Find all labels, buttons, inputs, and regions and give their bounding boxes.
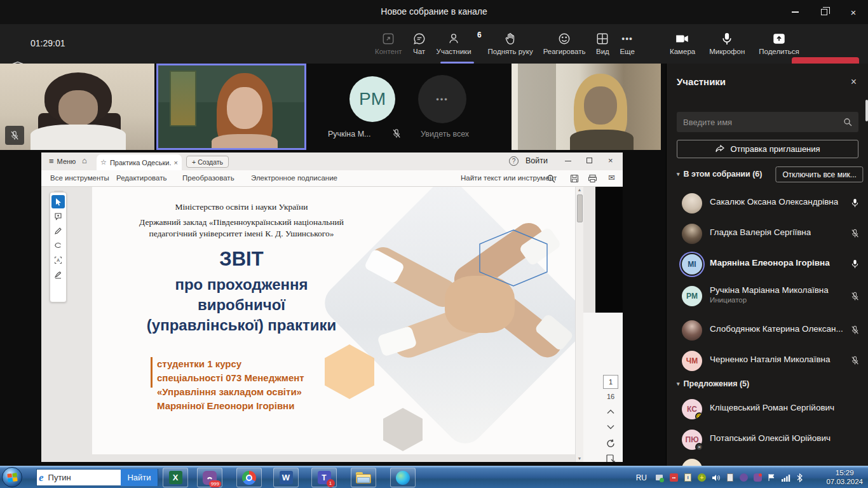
react-button[interactable]: Реагировать — [542, 29, 587, 61]
mic-off-icon[interactable] — [850, 291, 860, 302]
select-tool-button[interactable] — [51, 195, 65, 208]
minimize-button[interactable] — [780, 0, 810, 24]
pdf-menu-button[interactable]: ≡ Меню — [49, 156, 76, 166]
start-button[interactable] — [2, 467, 22, 487]
teams-taskbar-button[interactable]: T 1 — [311, 468, 337, 487]
word-taskbar-button[interactable]: W — [273, 468, 299, 487]
mic-off-icon[interactable] — [850, 355, 860, 366]
scroll-up-arrow[interactable]: ▲ — [576, 187, 583, 193]
suggestion-row[interactable]: ПЮ × Потапський Олексій Юрійович — [667, 424, 868, 455]
viber-tray-icon[interactable] — [753, 473, 763, 482]
draw-tool-button[interactable] — [51, 239, 65, 252]
export-page-button[interactable] — [606, 454, 616, 462]
all-tools-menu[interactable]: Все инструменты — [50, 174, 109, 182]
mic-off-icon[interactable] — [850, 228, 860, 239]
suggestion-row[interactable]: КС Кліщевський Роман Сергійович — [667, 394, 868, 424]
participant-row[interactable]: ЧМ Черненко Наталія Миколаївна — [667, 346, 868, 376]
pdf-close-button[interactable]: × — [608, 156, 613, 165]
pdf-scroll-thumb[interactable] — [577, 194, 583, 222]
participant-row[interactable]: Гладка Валерія Сергіївна — [667, 219, 868, 249]
next-page-button[interactable] — [607, 424, 614, 430]
video-tile-2-active[interactable] — [156, 64, 306, 150]
language-indicator[interactable]: RU — [636, 473, 647, 482]
tab-close-icon[interactable]: × — [174, 159, 178, 166]
sign-tool-button[interactable] — [51, 268, 65, 281]
volume-icon[interactable] — [711, 473, 721, 482]
save-icon[interactable] — [570, 174, 579, 183]
print-icon[interactable] — [588, 174, 597, 183]
tools-drag-handle[interactable] — [54, 191, 64, 193]
participant-search[interactable] — [677, 112, 858, 132]
microphone-button[interactable]: Микрофон — [708, 29, 746, 61]
convert-menu[interactable]: Преобразовать — [182, 174, 234, 182]
see-all-avatar[interactable]: ••• — [418, 75, 466, 123]
video-tile-3[interactable] — [512, 64, 661, 150]
help-icon[interactable]: ? — [509, 156, 519, 166]
taskbar-search[interactable]: e Найти — [36, 469, 158, 486]
safely-remove-icon[interactable] — [655, 473, 665, 482]
mail-icon[interactable]: ✉ — [608, 173, 615, 182]
prev-page-button[interactable] — [607, 409, 614, 414]
bluetooth-icon[interactable] — [795, 473, 804, 482]
raise-hand-button[interactable]: Поднять руку — [487, 29, 534, 61]
page-number-box[interactable]: 1 — [603, 375, 618, 389]
more-button[interactable]: ••• Еще — [618, 29, 635, 61]
pdf-vertical-scrollbar[interactable]: ▲ ▼ — [575, 187, 583, 462]
pdf-minimize-button[interactable] — [565, 161, 571, 161]
explorer-taskbar-button[interactable] — [351, 468, 376, 487]
participants-button[interactable]: 6 Участники — [435, 29, 479, 61]
edit-menu[interactable]: Редактировать — [116, 174, 166, 182]
pm-avatar[interactable]: PM — [349, 76, 395, 122]
excel-taskbar-button[interactable]: X — [163, 468, 188, 487]
participant-row[interactable]: Сакалюк Оксана Олександрівна — [667, 188, 868, 219]
highlight-tool-button[interactable] — [51, 224, 65, 238]
pdf-signin-button[interactable]: Войти — [526, 156, 548, 165]
esign-menu[interactable]: Электронное подписание — [251, 174, 337, 182]
mute-all-button[interactable]: Отключить все мик... — [775, 166, 863, 182]
camera-button[interactable]: Камера — [668, 29, 696, 61]
participant-row[interactable]: Слободянюк Катерина Олексан... — [667, 315, 868, 346]
taskbar-search-input[interactable] — [46, 473, 121, 482]
app-tray-icon[interactable] — [739, 473, 749, 482]
pdf-search-label[interactable]: Найти текст или инструмент — [461, 174, 557, 182]
comment-tool-button[interactable] — [51, 210, 65, 223]
panel-close-button[interactable]: × — [851, 76, 857, 88]
mic-off-icon[interactable] — [850, 325, 860, 336]
content-button[interactable]: Контент — [374, 29, 403, 61]
chrome-taskbar-button[interactable] — [236, 468, 262, 487]
mic-on-icon[interactable] — [850, 259, 860, 269]
pdf-new-tab-button[interactable]: + Создать — [186, 156, 229, 168]
home-icon[interactable]: ⌂ — [82, 156, 87, 165]
scroll-down-arrow[interactable]: ▼ — [576, 456, 583, 462]
antivirus-icon[interactable]: + — [697, 473, 707, 482]
viber-taskbar-button[interactable]: 999 — [197, 468, 222, 487]
participant-row[interactable]: PM Ручкіна Маріанна Миколаївна Инициатор — [667, 280, 868, 313]
power-plan-icon[interactable] — [725, 473, 735, 482]
video-tile-1[interactable] — [0, 64, 154, 150]
share-button[interactable]: Поделиться — [757, 29, 801, 61]
chat-button[interactable]: Чат — [411, 29, 428, 61]
view-button[interactable]: Вид — [594, 29, 611, 61]
suggestions-section-header[interactable]: ▾ Предложения (5) — [677, 379, 749, 388]
text-tool-button[interactable]: A — [51, 254, 65, 267]
search-icon[interactable] — [546, 174, 555, 183]
edge-taskbar-button[interactable] — [390, 468, 416, 487]
pdf-document-tab[interactable]: ☆ Практика Одеськи... × — [97, 154, 182, 170]
notes-icon[interactable]: i — [683, 473, 693, 482]
participant-row-active-speaker[interactable]: MI Маряніна Елеонора Ігорівна — [667, 249, 868, 280]
participant-search-input[interactable] — [683, 118, 843, 127]
send-invite-button[interactable]: Отправка приглашения — [677, 140, 858, 158]
mic-on-icon[interactable] — [850, 198, 860, 208]
restore-button[interactable] — [810, 0, 839, 24]
pdf-restore-button[interactable] — [587, 158, 592, 163]
star-icon[interactable]: ☆ — [100, 158, 107, 166]
action-center-flag-icon[interactable] — [767, 473, 776, 482]
recording-icon[interactable]: •• — [669, 473, 679, 482]
in-meeting-section-header[interactable]: ▾ В этом собрании (6) — [677, 170, 762, 179]
panel-scrollbar-thumb[interactable] — [865, 100, 868, 121]
network-signal-icon[interactable] — [781, 473, 790, 482]
rotate-page-button[interactable] — [606, 438, 616, 449]
taskbar-clock[interactable]: 15:29 07.03.2024 — [826, 468, 863, 486]
close-button[interactable]: × — [839, 0, 868, 24]
find-button[interactable]: Найти — [121, 469, 158, 486]
